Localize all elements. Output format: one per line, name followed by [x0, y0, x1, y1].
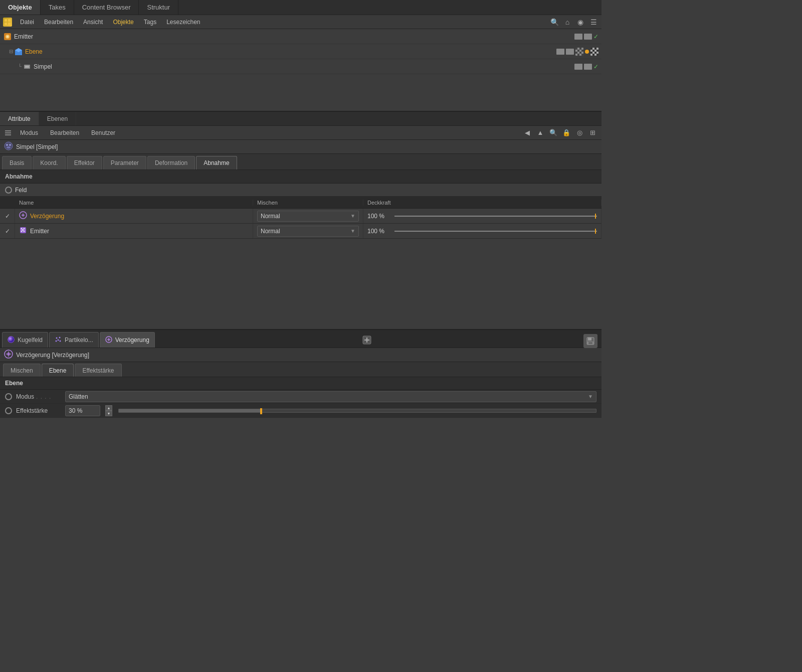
badge-green: ✓ — [593, 33, 598, 40]
field-tab-kugelfeld[interactable]: Kugelfeld — [2, 332, 48, 348]
target-icon[interactable]: ◎ — [574, 128, 584, 138]
attr-bearbeiten[interactable]: Bearbeiten — [46, 128, 83, 137]
menu-tags[interactable]: Tags — [140, 18, 160, 27]
modus-value[interactable]: Glätten ▼ — [65, 391, 596, 402]
attr-benutzer[interactable]: Benutzer — [87, 128, 119, 137]
save-area — [581, 332, 599, 348]
field-tab-partikel[interactable]: Partikelo... — [49, 332, 99, 348]
svg-rect-41 — [588, 342, 592, 344]
deckkraft-bar-2: 100 % — [367, 228, 597, 235]
svg-point-6 — [7, 36, 9, 38]
bottom-panel: Kugelfeld Partikelo... — [0, 329, 602, 418]
home-icon[interactable]: ⌂ — [562, 17, 572, 27]
checkmark-2: ✓ — [5, 228, 10, 235]
attribute-menu: Modus Bearbeiten Benutzer ◀ ▲ 🔍 🔒 ◎ ⊞ — [0, 126, 602, 140]
effektstaerke-slider[interactable] — [118, 409, 596, 413]
svg-point-20 — [21, 228, 23, 230]
badge-gray-2 — [584, 34, 592, 40]
object-row-ebene[interactable]: ⊟ Ebene — [0, 44, 602, 59]
table-row-emitter[interactable]: ✓ Emitter Normal ▼ 100 % — [0, 224, 602, 239]
svg-rect-0 — [5, 19, 7, 22]
verzogerung-name: Verzögerung — [30, 213, 64, 220]
abnahme-section-header: Abnahme — [0, 170, 602, 184]
simpel-badge-green: ✓ — [593, 63, 598, 70]
feld-radio[interactable] — [5, 187, 12, 194]
object-row-simpel[interactable]: └ Simpel ✓ — [0, 59, 602, 74]
effektstaerke-param-row: Effektstärke 30 % ▲ ▼ — [0, 404, 602, 418]
search-icon[interactable]: 🔍 — [549, 17, 559, 27]
kugelfeld-label: Kugelfeld — [18, 337, 43, 344]
emitter-badges: ✓ — [574, 33, 598, 40]
dropdown-arrow-1: ▼ — [350, 213, 355, 219]
verzogerung-tab-label: Verzögerung — [115, 337, 149, 344]
tab-takes[interactable]: Takes — [41, 0, 74, 15]
mischen-dropdown-2[interactable]: Normal ▼ — [257, 226, 359, 237]
slider-track — [118, 409, 596, 413]
menu-icon[interactable]: ☰ — [588, 17, 598, 27]
effektstaerke-label: Effektstärke — [16, 407, 61, 414]
attr-menu-grip-icon — [4, 129, 12, 137]
td-mischen-1[interactable]: Normal ▼ — [253, 209, 363, 223]
table-row-verzogerung[interactable]: ✓ Verzögerung Normal ▼ 100 % — [0, 209, 602, 224]
modus-select[interactable]: Glätten ▼ — [65, 391, 596, 402]
stepper-down[interactable]: ▼ — [105, 411, 112, 416]
menu-objekte[interactable]: Objekte — [109, 18, 137, 27]
menu-bearbeiten[interactable]: Bearbeiten — [40, 18, 77, 27]
object-row-emitter[interactable]: Emitter ✓ — [0, 29, 602, 44]
svg-rect-13 — [5, 134, 11, 135]
tab-deformation[interactable]: Deformation — [147, 156, 195, 170]
stepper-control[interactable]: ▲ ▼ — [105, 405, 112, 416]
verzogerung-row-icon — [19, 211, 27, 221]
td-check-2[interactable]: ✓ — [0, 224, 15, 238]
td-check-1[interactable]: ✓ — [0, 209, 15, 223]
modus-radio[interactable] — [5, 393, 12, 400]
simpel-title-icon — [4, 141, 13, 152]
view-icon[interactable]: ◉ — [575, 17, 585, 27]
menu-lesezeichen[interactable]: Lesezeichen — [162, 18, 204, 27]
tab-content-browser[interactable]: Content Browser — [74, 0, 139, 15]
search2-icon[interactable]: 🔍 — [548, 128, 558, 138]
menu-ansicht[interactable]: Ansicht — [79, 18, 107, 27]
attr-modus[interactable]: Modus — [16, 128, 42, 137]
svg-rect-12 — [5, 132, 11, 133]
objects-panel: Emitter ✓ ⊟ Ebene └ — [0, 29, 602, 112]
effektstaerke-number[interactable]: 30 % — [65, 405, 100, 416]
svg-rect-2 — [5, 23, 7, 25]
ebene-type-icon — [14, 47, 23, 56]
emitter-name: Emitter — [14, 33, 574, 40]
tab-abnahme[interactable]: Abnahme — [196, 156, 237, 170]
tab-basis[interactable]: Basis — [2, 156, 32, 170]
svg-rect-1 — [8, 19, 11, 22]
save-button[interactable] — [583, 334, 597, 348]
tab-parameter[interactable]: Parameter — [103, 156, 146, 170]
tab-struktur[interactable]: Struktur — [139, 0, 178, 15]
effektstaerke-stepper[interactable]: ▲ ▼ — [105, 405, 112, 416]
plus-icon[interactable]: ⊞ — [587, 128, 597, 138]
td-deckkraft-1[interactable]: 100 % — [363, 209, 602, 223]
stepper-up[interactable]: ▲ — [105, 405, 112, 411]
sub-tab-mischen[interactable]: Mischen — [3, 364, 41, 377]
attribute-tabs: Attribute Ebenen — [0, 112, 602, 126]
badge-gray-1 — [574, 34, 582, 40]
deckkraft-handle-1 — [595, 214, 596, 219]
tab-objekte[interactable]: Objekte — [0, 0, 41, 15]
lock-icon[interactable]: 🔒 — [561, 128, 571, 138]
effektstaerke-radio[interactable] — [5, 407, 12, 414]
tab-ebenen[interactable]: Ebenen — [39, 112, 76, 125]
sub-tab-effektstaerke[interactable]: Effektstärke — [75, 364, 121, 377]
tab-effektor[interactable]: Effektor — [67, 156, 102, 170]
sub-tab-ebene[interactable]: Ebene — [42, 364, 74, 377]
add-field-tab-button[interactable] — [359, 332, 375, 348]
simpel-name: Simpel — [34, 63, 574, 70]
td-deckkraft-2[interactable]: 100 % — [363, 224, 602, 238]
menu-datei[interactable]: Datei — [16, 18, 38, 27]
th-deckkraft: Deckkraft — [363, 200, 602, 206]
arrow-left-icon[interactable]: ◀ — [522, 128, 532, 138]
arrow-up-icon[interactable]: ▲ — [535, 128, 545, 138]
td-mischen-2[interactable]: Normal ▼ — [253, 224, 363, 238]
mischen-dropdown-1[interactable]: Normal ▼ — [257, 211, 359, 222]
field-tab-verzogerung[interactable]: Verzögerung — [100, 332, 155, 348]
tab-attribute[interactable]: Attribute — [0, 112, 39, 125]
svg-point-15 — [6, 144, 8, 146]
tab-koord[interactable]: Koord. — [33, 156, 65, 170]
